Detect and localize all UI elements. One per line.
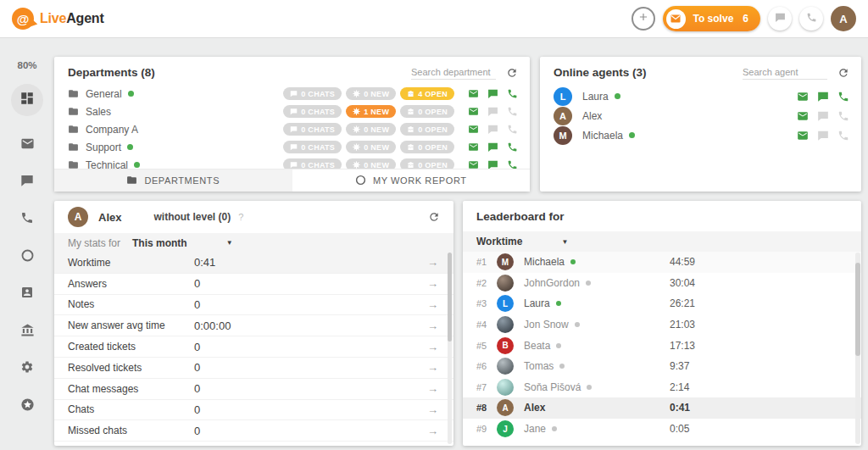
refresh-icon[interactable] <box>837 67 849 79</box>
mail-icon[interactable] <box>797 130 809 142</box>
arrow-right-icon[interactable]: → <box>427 319 438 332</box>
chevron-down-icon[interactable]: ▼ <box>561 238 568 246</box>
arrow-right-icon[interactable]: → <box>427 298 438 311</box>
metric-dropdown[interactable]: Worktime <box>476 236 522 247</box>
status-badge[interactable]: 0 OPEN <box>400 141 454 153</box>
sidebar-item-contacts[interactable] <box>19 286 36 303</box>
arrow-right-icon[interactable]: → <box>427 361 438 374</box>
mail-icon[interactable] <box>468 88 479 99</box>
chat-icon[interactable] <box>817 91 829 103</box>
sidebar-item-chats[interactable] <box>19 174 36 191</box>
chat-icon[interactable] <box>487 124 498 135</box>
status-badge[interactable]: 0 CHATS <box>283 123 342 136</box>
mail-icon[interactable] <box>468 142 479 153</box>
stat-row[interactable]: Chats 0 → <box>54 400 453 421</box>
chat-icon[interactable] <box>817 130 829 142</box>
arrow-right-icon[interactable]: → <box>427 256 438 269</box>
sidebar-item-calls[interactable] <box>19 211 36 228</box>
tab-my-work-report[interactable]: MY WORK REPORT <box>292 169 531 192</box>
leaderboard-row[interactable]: #3 L Laura 26:21 <box>463 293 861 314</box>
stat-row[interactable]: New answer avg time 0:00:00 → <box>54 315 453 336</box>
leaderboard-row[interactable]: #5 B Beata 17:13 <box>463 335 861 356</box>
phone-icon[interactable] <box>507 106 518 117</box>
status-badge[interactable]: 4 OPEN <box>400 87 454 100</box>
department-row[interactable]: General 0 CHATS 0 NEW 4 OPEN <box>54 85 530 103</box>
stat-row[interactable]: Created tickets 0 → <box>54 336 453 358</box>
scrollbar-track[interactable] <box>855 253 860 444</box>
search-agent-input[interactable] <box>743 65 827 80</box>
stat-row[interactable]: Resolved tickets 0 → <box>54 358 453 379</box>
user-avatar[interactable]: A <box>831 6 856 31</box>
mail-icon[interactable] <box>797 110 809 122</box>
arrow-right-icon[interactable]: → <box>427 403 438 416</box>
scrollbar-thumb[interactable] <box>855 263 860 356</box>
status-badge[interactable]: 0 OPEN <box>400 105 454 118</box>
leaderboard-row[interactable]: #9 J Jane 0:05 <box>463 419 861 440</box>
stat-row[interactable]: Answers 0 → <box>54 274 453 295</box>
status-badge[interactable]: 0 OPEN <box>400 123 454 136</box>
chat-icon[interactable] <box>817 110 829 122</box>
stat-row[interactable]: Chat messages 0 → <box>54 379 453 400</box>
sidebar-item-dashboard[interactable] <box>11 84 43 116</box>
leaderboard-row[interactable]: #8 A Alex 0:41 <box>463 397 861 419</box>
folder-icon <box>68 124 79 135</box>
status-badge[interactable]: 1 NEW <box>346 105 396 118</box>
arrow-right-icon[interactable]: → <box>427 382 438 395</box>
period-dropdown[interactable]: This month <box>132 237 187 249</box>
sidebar-item-settings[interactable] <box>19 360 36 377</box>
phone-icon[interactable] <box>837 130 849 142</box>
status-badge[interactable]: 0 CHATS <box>283 87 342 100</box>
department-row[interactable]: Company A 0 CHATS 0 NEW 0 OPEN <box>54 120 530 138</box>
mail-icon[interactable] <box>797 91 809 103</box>
status-badge[interactable]: 0 CHATS <box>283 141 342 153</box>
phone-icon[interactable] <box>507 124 518 135</box>
arrow-right-icon[interactable]: → <box>427 277 438 290</box>
status-badge[interactable]: 0 NEW <box>346 87 396 100</box>
department-row[interactable]: Support 0 CHATS 0 NEW 0 OPEN <box>54 138 530 156</box>
agent-row[interactable]: A Alex <box>540 106 861 125</box>
agent-row[interactable]: M Michaela <box>540 125 861 145</box>
leaderboard-row[interactable]: #6 Tomas 9:37 <box>463 356 861 377</box>
arrow-right-icon[interactable]: → <box>427 341 438 353</box>
stat-label: Chats <box>68 403 194 415</box>
stat-row[interactable]: Worktime 0:41 → <box>54 253 453 274</box>
leaderboard-row[interactable]: #1 M Michaela 44:59 <box>463 252 861 273</box>
agent-row[interactable]: L Laura <box>540 86 861 106</box>
chat-icon[interactable] <box>487 106 498 117</box>
status-badge[interactable]: 0 CHATS <box>283 105 342 118</box>
stat-row[interactable]: Missed chats 0 → <box>54 420 453 442</box>
leaderboard-row[interactable]: #7 Soňa Pišová 2:14 <box>463 377 861 398</box>
sidebar-item-worktime[interactable] <box>19 248 36 265</box>
help-icon[interactable]: ? <box>238 212 243 222</box>
mail-icon[interactable] <box>468 124 479 135</box>
stat-row[interactable]: Notes 0 → <box>54 295 453 316</box>
leaderboard-row[interactable]: #4 Jon Snow 21:03 <box>463 314 861 336</box>
sidebar-item-company[interactable] <box>19 323 36 340</box>
search-department-input[interactable] <box>411 65 496 80</box>
status-badge[interactable]: 0 NEW <box>346 123 396 136</box>
chats-button[interactable] <box>768 7 792 31</box>
scrollbar-thumb[interactable] <box>448 253 452 342</box>
tab-departments[interactable]: DEPARTMENTS <box>54 169 292 192</box>
liveagent-logo[interactable]: @ LiveAgent <box>12 8 104 30</box>
chevron-down-icon[interactable]: ▼ <box>226 239 233 247</box>
leaderboard-row[interactable]: #2 JohnGordon 30:04 <box>463 273 861 294</box>
refresh-icon[interactable] <box>506 67 518 79</box>
calls-button[interactable] <box>799 7 823 31</box>
phone-icon[interactable] <box>837 91 849 103</box>
department-row[interactable]: Sales 0 CHATS 1 NEW 0 OPEN <box>54 103 530 120</box>
scrollbar-track[interactable] <box>448 253 452 444</box>
mail-icon[interactable] <box>468 106 479 117</box>
sidebar-item-mail[interactable] <box>19 136 36 153</box>
refresh-icon[interactable] <box>428 211 440 223</box>
chat-icon[interactable] <box>487 142 498 153</box>
sidebar-item-addons[interactable] <box>19 397 36 414</box>
phone-icon[interactable] <box>507 88 518 99</box>
phone-icon[interactable] <box>837 110 849 122</box>
add-button[interactable] <box>632 7 655 31</box>
to-solve-button[interactable]: To solve 6 <box>663 6 760 31</box>
status-badge[interactable]: 0 NEW <box>346 141 396 153</box>
phone-icon[interactable] <box>507 142 518 153</box>
chat-icon[interactable] <box>487 88 498 99</box>
arrow-right-icon[interactable]: → <box>427 425 438 437</box>
